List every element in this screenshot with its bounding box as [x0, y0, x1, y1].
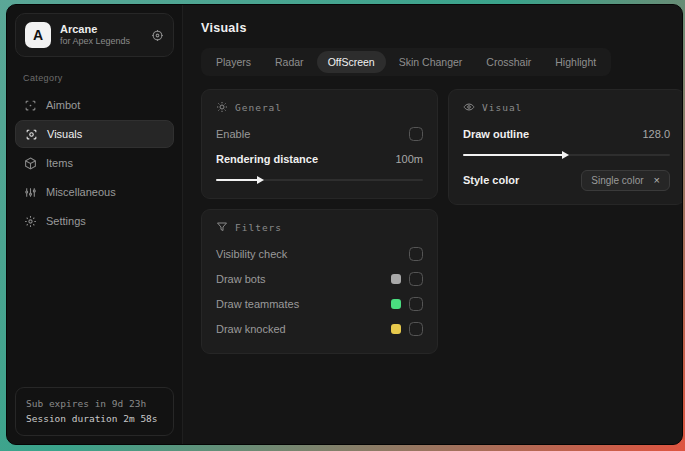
sliders-icon	[24, 186, 37, 199]
visuals-tabbar: Players Radar OffScreen Skin Changer Cro…	[201, 48, 611, 76]
filters-card-title: Filters	[235, 222, 282, 233]
visual-card: Visual Draw outline 128.0 Style color Si…	[448, 89, 683, 205]
draw-bots-label: Draw bots	[216, 273, 266, 285]
sidebar-item-label: Visuals	[47, 128, 82, 140]
sidebar-nav: Aimbot Visuals Items	[15, 91, 174, 235]
slider-fill[interactable]	[463, 154, 567, 156]
target-icon[interactable]	[151, 29, 164, 42]
app-logo: A	[25, 22, 51, 48]
slider-fill[interactable]	[216, 179, 262, 181]
sidebar-item-label: Items	[46, 157, 73, 169]
visual-card-header: Visual	[463, 101, 670, 113]
draw-knocked-checkbox[interactable]	[409, 322, 423, 336]
enable-label: Enable	[216, 128, 250, 140]
sidebar-item-items[interactable]: Items	[15, 149, 174, 177]
funnel-icon	[216, 221, 228, 233]
draw-bots-checkbox[interactable]	[409, 272, 423, 286]
draw-bots-controls	[391, 272, 423, 286]
visibility-check-checkbox[interactable]	[409, 247, 423, 261]
rendering-distance-value: 100m	[395, 153, 423, 165]
main-panel: Visuals Players Radar OffScreen Skin Cha…	[183, 5, 683, 444]
rendering-distance-slider[interactable]	[216, 175, 423, 185]
sidebar-item-label: Settings	[46, 215, 86, 227]
draw-knocked-controls	[391, 322, 423, 336]
focus-eye-icon	[25, 128, 38, 141]
general-card: General Enable Rendering distance 100m	[201, 89, 438, 199]
draw-bots-color-swatch[interactable]	[391, 274, 401, 284]
subscription-info-box: Sub expires in 9d 23h Session duration 2…	[15, 387, 174, 436]
category-label: Category	[23, 73, 168, 83]
filters-card-header: Filters	[216, 221, 423, 233]
sidebar-item-label: Miscellaneous	[46, 186, 116, 198]
sidebar-item-label: Aimbot	[46, 99, 80, 111]
general-card-title: General	[235, 102, 282, 113]
page-title: Visuals	[201, 21, 683, 35]
left-column: General Enable Rendering distance 100m	[201, 89, 438, 354]
tab-skin-changer[interactable]: Skin Changer	[388, 51, 474, 73]
tab-players[interactable]: Players	[205, 51, 262, 73]
style-color-row: Style color Single color ×	[463, 169, 670, 191]
draw-teammates-color-swatch[interactable]	[391, 299, 401, 309]
box-icon	[24, 157, 37, 170]
visual-card-title: Visual	[482, 102, 522, 113]
session-duration-text: Session duration 2m 58s	[26, 411, 163, 427]
gear-icon	[24, 215, 37, 228]
tab-radar[interactable]: Radar	[264, 51, 315, 73]
app-subtitle: for Apex Legends	[60, 36, 142, 47]
brand-text: Arcane for Apex Legends	[60, 23, 142, 48]
style-color-label: Style color	[463, 174, 519, 186]
draw-teammates-checkbox[interactable]	[409, 297, 423, 311]
rendering-distance-row: Rendering distance 100m	[216, 148, 423, 170]
enable-row: Enable	[216, 123, 423, 145]
eye-icon	[463, 101, 475, 113]
general-card-header: General	[216, 101, 423, 113]
draw-bots-row: Draw bots	[216, 268, 423, 290]
draw-outline-label: Draw outline	[463, 128, 529, 140]
draw-knocked-color-swatch[interactable]	[391, 324, 401, 334]
content-area: General Enable Rendering distance 100m	[201, 89, 683, 354]
sidebar-item-visuals[interactable]: Visuals	[15, 120, 174, 148]
draw-outline-value: 128.0	[642, 128, 670, 140]
visibility-check-row: Visibility check	[216, 243, 423, 265]
brand-card: A Arcane for Apex Legends	[15, 13, 174, 57]
right-column: Visual Draw outline 128.0 Style color Si…	[448, 89, 683, 205]
sub-expires-text: Sub expires in 9d 23h	[26, 396, 163, 412]
enable-checkbox[interactable]	[409, 127, 423, 141]
sidebar-item-miscellaneous[interactable]: Miscellaneous	[15, 178, 174, 206]
app-window: A Arcane for Apex Legends Category	[6, 4, 683, 445]
crosshair-icon	[24, 99, 37, 112]
draw-knocked-row: Draw knocked	[216, 318, 423, 340]
rendering-distance-label: Rendering distance	[216, 153, 318, 165]
draw-knocked-label: Draw knocked	[216, 323, 286, 335]
draw-outline-row: Draw outline 128.0	[463, 123, 670, 145]
draw-teammates-row: Draw teammates	[216, 293, 423, 315]
tab-highlight[interactable]: Highlight	[544, 51, 607, 73]
sidebar: A Arcane for Apex Legends Category	[7, 5, 183, 444]
visibility-check-label: Visibility check	[216, 248, 287, 260]
app-title: Arcane	[60, 23, 142, 37]
draw-teammates-controls	[391, 297, 423, 311]
style-color-select[interactable]: Single color ×	[581, 170, 670, 191]
filters-card: Filters Visibility check Draw bots	[201, 209, 438, 354]
draw-teammates-label: Draw teammates	[216, 298, 299, 310]
tab-offscreen[interactable]: OffScreen	[317, 51, 386, 73]
draw-outline-slider[interactable]	[463, 150, 670, 160]
sun-icon	[216, 101, 228, 113]
sidebar-item-settings[interactable]: Settings	[15, 207, 174, 235]
tab-crosshair[interactable]: Crosshair	[475, 51, 542, 73]
clear-icon[interactable]: ×	[654, 175, 660, 186]
sidebar-item-aimbot[interactable]: Aimbot	[15, 91, 174, 119]
style-color-value: Single color	[591, 175, 643, 186]
